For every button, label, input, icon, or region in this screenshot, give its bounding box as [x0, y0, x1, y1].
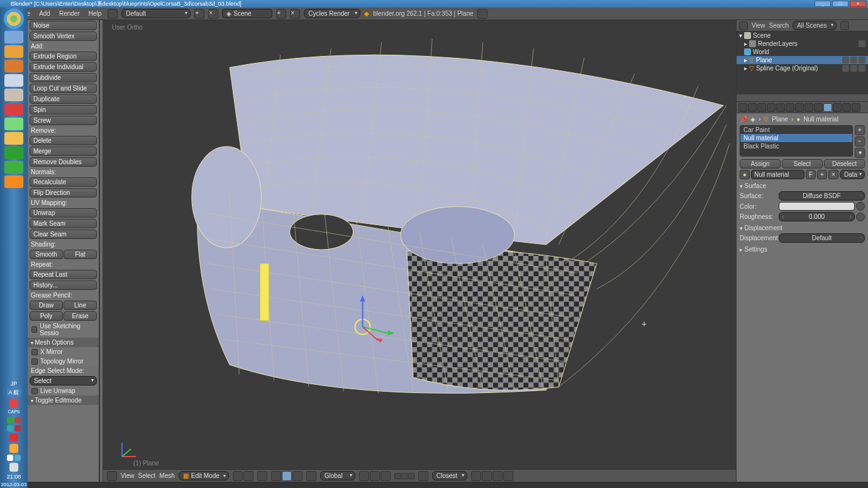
minimize-button[interactable]: _ [815, 1, 831, 7]
gp-erase-button[interactable]: Erase [64, 311, 97, 321]
extrude-region-button[interactable]: Extrude Region [30, 52, 97, 61]
smooth-vertex-button[interactable]: Smooth Vertex [30, 31, 97, 41]
mesh-menu[interactable]: Mesh [159, 472, 174, 479]
extrude-individual-button[interactable]: Extrude Individual [30, 62, 97, 72]
extra-tab-icon[interactable] [842, 103, 851, 112]
tray-icon[interactable] [7, 417, 13, 423]
cursor-icon[interactable] [850, 57, 857, 64]
material-browse-icon[interactable]: ● [740, 170, 750, 179]
taskbar-app-icon[interactable] [4, 118, 23, 130]
texture-tab-icon[interactable] [833, 103, 842, 112]
shading-solid-icon[interactable] [243, 471, 253, 481]
constraints-tab-icon[interactable] [776, 103, 785, 112]
outliner-filter-select[interactable]: All Scenes [793, 21, 837, 30]
topology-mirror-checkbox[interactable]: Topology Mirror [30, 357, 97, 365]
tray-icon[interactable] [14, 417, 21, 423]
surface-panel-header[interactable]: Surface [740, 182, 865, 190]
tray-flag-icon[interactable] [7, 455, 13, 461]
manipulator-rotate-icon[interactable] [370, 471, 380, 481]
material-remove-button[interactable]: × [828, 170, 838, 179]
clock-date[interactable]: 2012-03-03 [1, 482, 27, 488]
editor-type-icon[interactable] [739, 21, 748, 30]
render-tab-icon[interactable] [738, 103, 747, 112]
slot-menu-button[interactable]: ▾ [855, 148, 865, 158]
fake-user-toggle[interactable]: F [806, 170, 816, 179]
scene-add-icon[interactable]: + [276, 9, 286, 19]
outliner-scene-row[interactable]: ▾Scene [737, 31, 868, 40]
render-icon[interactable] [859, 65, 865, 72]
outliner-spline-row[interactable]: ▸▽Spline Cage (Original) [737, 64, 868, 72]
recalculate-button[interactable]: Recalculate [30, 177, 97, 187]
duplicate-button[interactable]: Duplicate [30, 94, 97, 104]
particles-tab-icon[interactable] [804, 103, 813, 112]
header-extra-icon[interactable] [477, 9, 487, 19]
taskbar-explorer-icon[interactable] [4, 132, 23, 145]
roughness-field[interactable]: 0.000 [779, 212, 855, 221]
ime-indicator[interactable]: JP [11, 380, 18, 387]
shading-wire-icon[interactable] [233, 471, 243, 481]
remove-doubles-button[interactable]: Remove Doubles [30, 157, 97, 167]
material-name-field[interactable]: Null material [751, 170, 804, 179]
toggle-editmode-panel[interactable]: Toggle Editmode [28, 396, 99, 405]
layer-icon[interactable] [401, 473, 408, 479]
edge-select-icon[interactable] [282, 471, 292, 481]
modifiers-tab-icon[interactable] [786, 103, 794, 112]
tray-icon[interactable] [14, 425, 21, 431]
color-node-socket-icon[interactable] [856, 202, 865, 211]
slot-add-button[interactable]: + [855, 125, 865, 135]
layer-icon[interactable] [394, 473, 401, 479]
add-menu[interactable]: Add [36, 10, 53, 17]
displacement-panel-header[interactable]: Displacement [740, 224, 865, 232]
material-slot-list[interactable]: Car Paint Null material Black Plastic [740, 125, 853, 157]
gp-draw-button[interactable]: Draw [30, 301, 63, 310]
shade-flat-button[interactable]: Flat [64, 250, 97, 259]
settings-panel-header[interactable]: Settings [740, 245, 865, 253]
layout-add-icon[interactable]: + [194, 9, 204, 19]
scene-tab-icon[interactable] [748, 103, 757, 112]
help-menu[interactable]: Help [86, 10, 104, 17]
proportional-edit-icon[interactable] [471, 471, 481, 481]
tray-icon[interactable] [9, 444, 18, 453]
start-button-icon[interactable] [4, 9, 24, 29]
merge-button[interactable]: Merge [30, 147, 97, 156]
outliner-world-row[interactable]: World [737, 48, 868, 56]
mesh-options-panel[interactable]: Mesh Options [28, 338, 99, 347]
select-menu[interactable]: Select [138, 472, 156, 479]
shade-smooth-button[interactable]: Smooth [30, 250, 63, 259]
breadcrumb-material[interactable]: Null material [803, 116, 838, 123]
taskbar-blender-icon[interactable] [4, 175, 23, 188]
mark-seam-button[interactable]: Mark Seam [30, 219, 97, 228]
extra2-tab-icon[interactable] [852, 103, 860, 112]
scene-name-field[interactable]: Scene [233, 10, 251, 17]
slot-remove-button[interactable]: − [855, 136, 865, 147]
unwrap-button[interactable]: Unwrap [30, 208, 97, 218]
mode-select[interactable]: ▦Edit Mode [179, 471, 229, 480]
outliner-search-menu[interactable]: Search [769, 22, 789, 29]
editor-type-icon[interactable] [107, 471, 117, 481]
tray-antivirus-icon[interactable] [9, 433, 18, 442]
taskbar-app-icon[interactable] [4, 89, 23, 101]
x-mirror-checkbox[interactable]: X Mirror [30, 348, 97, 356]
outliner-view-menu[interactable]: View [752, 22, 765, 29]
taskbar-app-icon[interactable] [4, 45, 23, 58]
taskbar-app-icon[interactable] [4, 161, 23, 174]
close-button[interactable]: × [850, 1, 866, 7]
vertex-select-icon[interactable] [271, 471, 281, 481]
screw-button[interactable]: Screw [30, 116, 97, 125]
limit-selection-icon[interactable] [306, 471, 316, 481]
material-link-select[interactable]: Data [840, 170, 865, 179]
layer-icon[interactable] [408, 473, 415, 479]
gp-line-button[interactable]: Line [64, 301, 97, 310]
render-engine-select[interactable]: Cycles Render [304, 9, 360, 18]
flip-direction-button[interactable]: Flip Direction [30, 188, 97, 197]
material-slot[interactable]: Car Paint [740, 126, 852, 134]
snap-element-select[interactable]: Closest [432, 471, 467, 480]
delete-button[interactable]: Delete [30, 136, 97, 145]
pin-icon[interactable]: 📌 [740, 116, 747, 123]
back-to-previous-icon[interactable] [108, 9, 118, 19]
spin-button[interactable]: Spin [30, 105, 97, 114]
tray-network-icon[interactable] [14, 455, 21, 461]
layer-buttons[interactable] [394, 473, 415, 479]
use-sketching-checkbox[interactable]: Use Sketching Sessio [30, 322, 97, 337]
surface-shader-select[interactable]: Diffuse BSDF [779, 191, 865, 201]
